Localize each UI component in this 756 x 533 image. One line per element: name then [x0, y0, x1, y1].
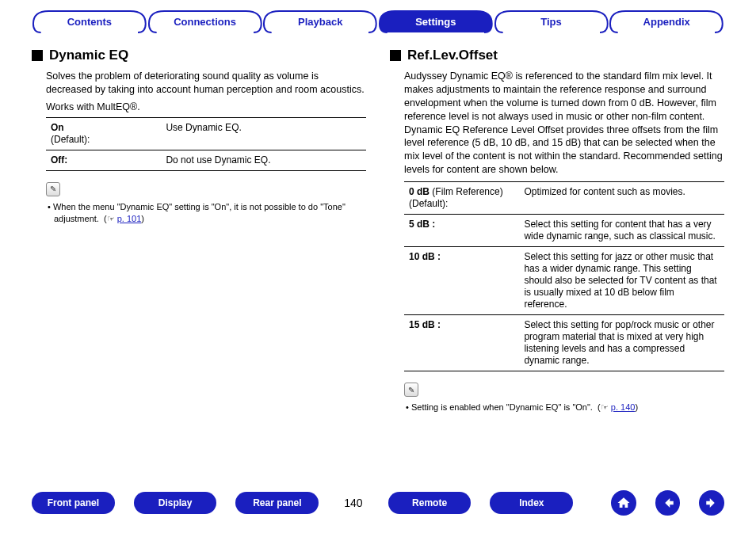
section-title-left: Dynamic EQ [49, 48, 128, 63]
link-p140[interactable]: p. 140 [611, 402, 636, 412]
table-row: Off: Do not use Dynamic EQ. [46, 150, 366, 170]
nav-remote[interactable]: Remote [388, 492, 472, 514]
table-row: 10 dB : Select this setting for jazz or … [404, 247, 724, 315]
tab-settings-label: Settings [378, 10, 494, 33]
prev-button[interactable] [655, 490, 681, 516]
bottom-nav: Front panel Display Rear panel 140 Remot… [0, 490, 756, 516]
table-dynamic-eq: On (Default): Use Dynamic EQ. Off: Do no… [46, 117, 366, 171]
link-p101[interactable]: p. 101 [117, 214, 142, 223]
tab-connections[interactable]: Connections [147, 10, 263, 33]
table-row: 5 dB : Select this setting for content t… [404, 215, 724, 247]
opt-key-rest: (Default): [51, 134, 90, 145]
table-row: 15 dB : Select this setting for pop/rock… [404, 315, 724, 371]
note-right-text: • Setting is enabled when "Dynamic EQ" i… [404, 402, 724, 413]
tab-connections-label: Connections [147, 10, 263, 33]
top-tabs: Contents Connections Playback Settings T… [0, 0, 756, 33]
opt-val: Select this setting for pop/rock music o… [519, 315, 724, 371]
section-title-right: Ref.Lev.Offset [407, 48, 498, 63]
pencil-icon: ✎ [404, 383, 418, 397]
tab-tips[interactable]: Tips [494, 10, 609, 33]
works-with: Works with MultEQ®. [32, 101, 366, 112]
next-button[interactable] [699, 490, 724, 516]
table-row: On (Default): Use Dynamic EQ. [46, 117, 366, 150]
table-row: 0 dB (Film Reference) (Default): Optimiz… [404, 182, 724, 215]
bullet-square-icon [390, 50, 401, 61]
nav-front-panel[interactable]: Front panel [32, 492, 115, 514]
tab-appendix-label: Appendix [609, 10, 724, 33]
col-reflevoffset: Ref.Lev.Offset Audyssey Dynamic EQ® is r… [390, 48, 724, 413]
opt-key: 0 dB [409, 186, 430, 197]
opt-val: Select this setting for content that has… [519, 215, 724, 247]
opt-key: 5 dB : [409, 219, 435, 230]
nav-rear-panel[interactable]: Rear panel [235, 492, 319, 514]
nav-index[interactable]: Index [490, 492, 573, 514]
tab-settings[interactable]: Settings [378, 10, 494, 33]
tab-playback[interactable]: Playback [262, 10, 378, 33]
bullet-square-icon [32, 50, 43, 61]
tab-appendix[interactable]: Appendix [609, 10, 724, 33]
tab-contents[interactable]: Contents [32, 10, 147, 33]
opt-val: Use Dynamic EQ. [161, 117, 366, 150]
opt-val: Do not use Dynamic EQ. [161, 150, 366, 170]
tab-tips-label: Tips [494, 10, 609, 33]
desc-left: Solves the problem of deteriorating soun… [32, 70, 366, 97]
note-left: ✎ • When the menu "Dynamic EQ" setting i… [46, 182, 366, 225]
tab-playback-label: Playback [262, 10, 378, 33]
note-left-text: • When the menu "Dynamic EQ" setting is … [46, 201, 366, 225]
works-with-text: Works with MultEQ®. [46, 101, 140, 112]
note-right: ✎ • Setting is enabled when "Dynamic EQ"… [404, 383, 724, 413]
nav-display[interactable]: Display [134, 492, 217, 514]
pencil-icon: ✎ [46, 182, 60, 196]
table-reflev: 0 dB (Film Reference) (Default): Optimiz… [404, 181, 724, 371]
tab-contents-label: Contents [32, 10, 147, 33]
desc-right: Audyssey Dynamic EQ® is referenced to th… [390, 70, 724, 177]
opt-val: Optimized for content such as movies. [519, 182, 724, 215]
opt-key: 10 dB : [409, 251, 441, 262]
page-number: 140 [338, 497, 369, 509]
opt-val: Select this setting for jazz or other mu… [519, 247, 724, 315]
content-area: Dynamic EQ Solves the problem of deterio… [0, 33, 756, 413]
opt-key: 15 dB : [409, 319, 441, 330]
opt-key: Off: [51, 154, 67, 166]
col-dynamic-eq: Dynamic EQ Solves the problem of deterio… [32, 48, 366, 413]
home-button[interactable] [611, 490, 636, 516]
opt-key: On [51, 122, 64, 133]
